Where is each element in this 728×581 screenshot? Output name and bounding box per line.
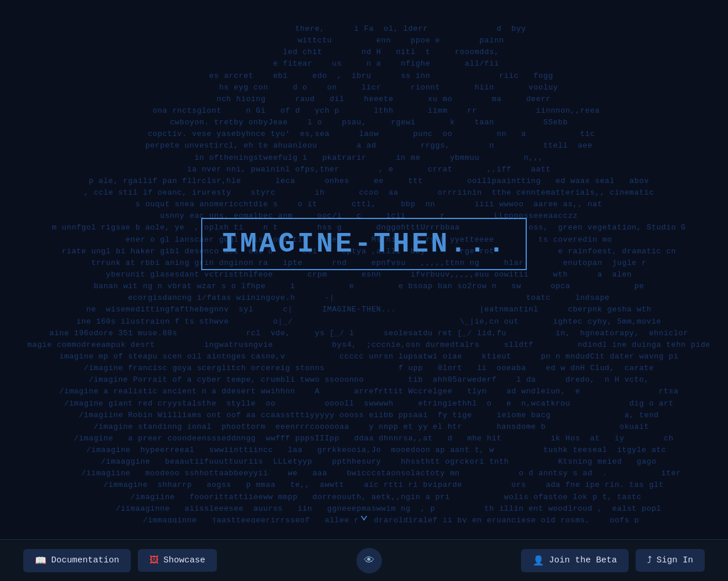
sign-in-label: Sign In [656,555,693,565]
documentation-label: Documentation [51,555,119,565]
nav-right-group: 👤 Join the Beta ⤴ Sign In [521,549,705,572]
scroll-indicator: ⌄ [360,506,368,523]
documentation-button[interactable]: 📖 Documentation [23,549,131,572]
bottom-navigation: 📖 Documentation 🖼 Showcase 👁 👤 Join the … [0,539,728,581]
join-beta-label: Join the Beta [549,555,617,565]
nav-left-group: 📖 Documentation 🖼 Showcase [23,549,217,572]
join-beta-button[interactable]: 👤 Join the Beta [521,549,629,572]
logo-container: IMAGINE-THEN... [201,218,527,270]
nav-center-group: 👁 [217,548,521,573]
showcase-button[interactable]: 🖼 Showcase [138,549,217,572]
showcase-label: Showcase [163,555,205,565]
sign-in-button[interactable]: ⤴ Sign In [636,549,705,572]
logo-text: IMAGINE-THEN... [221,228,507,260]
showcase-icon: 🖼 [149,555,159,566]
sign-in-icon: ⤴ [647,555,652,566]
join-beta-icon: 👤 [533,555,544,566]
eye-icon: 👁 [364,554,374,566]
documentation-icon: 📖 [35,555,47,566]
eye-button[interactable]: 👁 [356,548,382,573]
